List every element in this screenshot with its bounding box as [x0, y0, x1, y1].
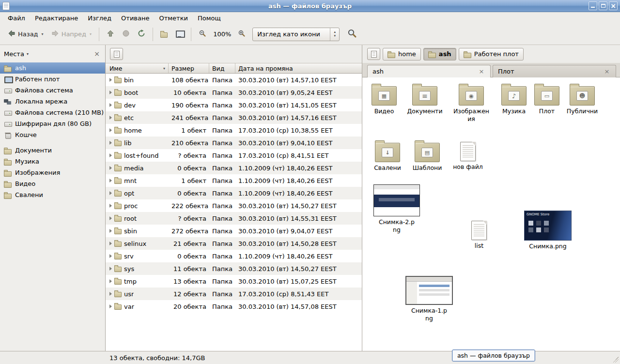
- sidebar-item[interactable]: Видео: [0, 178, 105, 189]
- menu-item[interactable]: Файл: [3, 13, 30, 23]
- stop-button[interactable]: [118, 27, 134, 42]
- expander-icon[interactable]: [109, 179, 112, 182]
- icon-view-item[interactable]: Снимка-1.png: [404, 276, 454, 323]
- icon-view-item[interactable]: Видео: [365, 82, 403, 115]
- column-header-name[interactable]: Име: [106, 63, 169, 73]
- reload-button[interactable]: [134, 27, 149, 42]
- expander-icon[interactable]: [109, 292, 112, 296]
- column-header-size[interactable]: Размер: [169, 63, 209, 73]
- tab-close-icon[interactable]: [603, 68, 611, 76]
- icon-view-item[interactable]: Шаблони: [408, 139, 447, 172]
- forward-history-chevron-icon[interactable]: [90, 32, 92, 36]
- tree-row[interactable]: media 0 обекта Папка 1.10.2009 (чт) 18,4…: [106, 162, 362, 174]
- sidebar-item[interactable]: Документи: [0, 145, 105, 156]
- sidebar-item[interactable]: Файлова система (210 MB): [0, 107, 105, 118]
- titlebar[interactable]: ash — файлов браузър: [0, 0, 620, 12]
- computer-button[interactable]: [171, 27, 187, 42]
- icon-view-item[interactable]: Изображения: [453, 82, 490, 123]
- icon-view-item[interactable]: Свалени: [368, 139, 407, 172]
- expander-icon[interactable]: [109, 191, 112, 195]
- expander-icon[interactable]: [109, 91, 112, 94]
- expander-icon[interactable]: [109, 267, 112, 271]
- expander-icon[interactable]: [109, 229, 112, 233]
- tree-row[interactable]: sys 11 обекта Папка 30.03.2010 (вт) 14,5…: [106, 262, 362, 275]
- sidebar-item[interactable]: Файлова система: [0, 85, 105, 96]
- sidebar-item[interactable]: Локална мрежа: [0, 96, 105, 107]
- taskbar-window-button[interactable]: ash — файлов браузър: [452, 349, 535, 362]
- close-button[interactable]: [609, 1, 618, 10]
- sidebar-item[interactable]: Музика: [0, 156, 105, 167]
- search-button[interactable]: [343, 27, 361, 42]
- menu-item[interactable]: Отиване: [116, 13, 154, 23]
- tree-row[interactable]: etc 241 обекта Папка 30.03.2010 (вт) 14,…: [106, 111, 362, 124]
- icon-view-item[interactable]: Плот: [527, 82, 566, 115]
- sidebar-mode-chevron-icon[interactable]: [27, 52, 29, 56]
- icon-view[interactable]: Видео Документи: [362, 77, 620, 351]
- expander-icon[interactable]: [109, 166, 112, 170]
- expander-icon[interactable]: [109, 304, 112, 308]
- tree-row[interactable]: lib 210 обекта Папка 30.03.2010 (вт) 9,0…: [106, 136, 362, 149]
- edit-location-button[interactable]: [367, 48, 380, 60]
- expander-icon[interactable]: [109, 103, 112, 107]
- tree-row[interactable]: selinux 21 обекта Папка 30.03.2010 (вт) …: [106, 237, 362, 250]
- icon-view-item[interactable]: Публични: [563, 82, 602, 115]
- window-menu-icon[interactable]: [2, 2, 10, 10]
- tree-row[interactable]: tmp 13 обекта Папка 30.03.2010 (вт) 15,0…: [106, 275, 362, 288]
- resize-grip[interactable]: [613, 357, 619, 363]
- sidebar-close-icon[interactable]: [93, 49, 101, 58]
- breadcrumb-button[interactable]: ash: [423, 48, 456, 61]
- tree-row[interactable]: boot 10 обекта Папка 30.03.2010 (вт) 9,0…: [106, 86, 362, 99]
- minimize-button[interactable]: [589, 1, 597, 10]
- sidebar-item[interactable]: ash: [0, 62, 105, 74]
- sidebar-item[interactable]: Шифриран дял (80 GB): [0, 118, 105, 129]
- sidebar-title[interactable]: Места: [4, 50, 24, 58]
- up-button[interactable]: [103, 27, 118, 42]
- breadcrumb-button[interactable]: home: [383, 48, 421, 61]
- back-button[interactable]: Назад: [4, 27, 47, 42]
- menu-item[interactable]: Изглед: [83, 13, 116, 23]
- tree-row[interactable]: sbin 272 обекта Папка 30.03.2010 (вт) 9,…: [106, 225, 362, 237]
- expander-icon[interactable]: [109, 216, 112, 220]
- zoom-out-button[interactable]: [195, 27, 210, 42]
- tab[interactable]: ash: [367, 65, 491, 77]
- sidebar-item[interactable]: Изображения: [0, 167, 105, 178]
- tree-row[interactable]: root ? обекта Папка 30.03.2010 (вт) 14,5…: [106, 212, 362, 225]
- edit-location-button[interactable]: [110, 48, 123, 60]
- tree-row[interactable]: var 20 обекта Папка 30.03.2010 (вт) 14,5…: [106, 300, 362, 313]
- tree-row[interactable]: opt 0 обекта Папка 1.10.2009 (чт) 18,40,…: [106, 187, 362, 199]
- icon-view-item[interactable]: нов файл: [449, 139, 487, 171]
- tree-row[interactable]: srv 0 обекта Папка 1.10.2009 (чт) 18,40,…: [106, 250, 362, 262]
- menu-item[interactable]: Редактиране: [30, 13, 83, 23]
- expander-icon[interactable]: [109, 128, 112, 132]
- breadcrumb-button[interactable]: Работен плот: [459, 48, 524, 61]
- expander-icon[interactable]: [109, 204, 112, 208]
- sidebar-item[interactable]: Кошче: [0, 129, 105, 140]
- tree-row[interactable]: home 1 обект Папка 17.03.2010 (ср) 10,38…: [106, 124, 362, 136]
- tree-row[interactable]: mnt 1 обект Папка 1.10.2009 (чт) 18,40,2…: [106, 174, 362, 187]
- back-history-chevron-icon[interactable]: [42, 32, 44, 36]
- tree-row[interactable]: proc 222 обекта Папка 30.03.2010 (вт) 14…: [106, 199, 362, 212]
- menu-item[interactable]: Помощ: [193, 13, 226, 23]
- expander-icon[interactable]: [109, 78, 112, 82]
- tree-row[interactable]: usr 12 обекта Папка 17.03.2010 (ср) 8,51…: [106, 288, 362, 300]
- sidebar-item[interactable]: Свалени: [0, 189, 105, 200]
- maximize-button[interactable]: [599, 1, 607, 10]
- tree-row[interactable]: dev 190 обекта Папка 30.03.2010 (вт) 14,…: [106, 99, 362, 111]
- icon-view-item[interactable]: Документи: [405, 82, 444, 115]
- column-header-type[interactable]: Вид: [209, 63, 235, 73]
- expander-icon[interactable]: [109, 279, 112, 283]
- expander-icon[interactable]: [109, 153, 112, 157]
- icon-view-item[interactable]: list: [465, 218, 494, 250]
- home-button[interactable]: [156, 27, 171, 42]
- expander-icon[interactable]: [109, 116, 112, 120]
- expander-icon[interactable]: [109, 242, 112, 245]
- sidebar-item[interactable]: Работен плот: [0, 74, 105, 85]
- tab-close-icon[interactable]: [478, 68, 485, 76]
- expander-icon[interactable]: [109, 254, 112, 258]
- forward-button[interactable]: Напред: [47, 27, 96, 42]
- tab[interactable]: Плот: [493, 65, 616, 77]
- icon-view-item[interactable]: Снимка-2.png: [372, 184, 421, 234]
- icon-view-item[interactable]: GNOME Store Снимка.png: [523, 211, 573, 250]
- expander-icon[interactable]: [109, 141, 112, 145]
- view-mode-dropdown[interactable]: Изглед като икони: [252, 28, 340, 41]
